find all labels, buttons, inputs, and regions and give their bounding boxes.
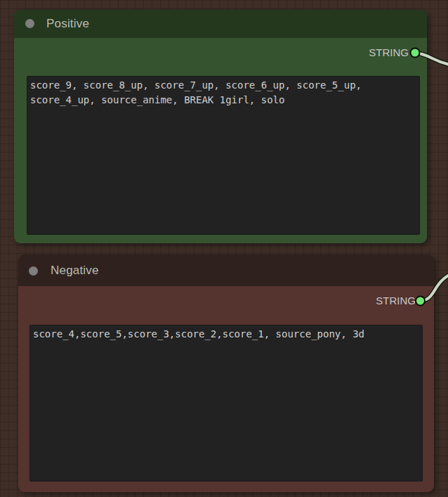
- collapse-dot-icon[interactable]: [29, 266, 38, 276]
- node-title: Positive: [46, 10, 89, 38]
- output-label-string: STRING: [376, 293, 416, 309]
- node-positive-header[interactable]: Positive: [14, 10, 427, 38]
- node-graph-canvas[interactable]: Positive STRING score_9, score_8_up, sco…: [0, 0, 448, 497]
- output-label-string: STRING: [369, 45, 409, 60]
- node-negative[interactable]: Negative STRING score_4,score_5,score_3,…: [18, 254, 434, 492]
- node-title: Negative: [51, 254, 99, 286]
- negative-prompt-textarea[interactable]: score_4,score_5,score_3,score_2,score_1,…: [29, 325, 423, 482]
- node-positive[interactable]: Positive STRING score_9, score_8_up, sco…: [14, 10, 427, 243]
- node-negative-header[interactable]: Negative: [18, 254, 434, 286]
- collapse-dot-icon[interactable]: [25, 19, 34, 28]
- positive-prompt-textarea[interactable]: score_9, score_8_up, score_7_up, score_6…: [27, 76, 420, 235]
